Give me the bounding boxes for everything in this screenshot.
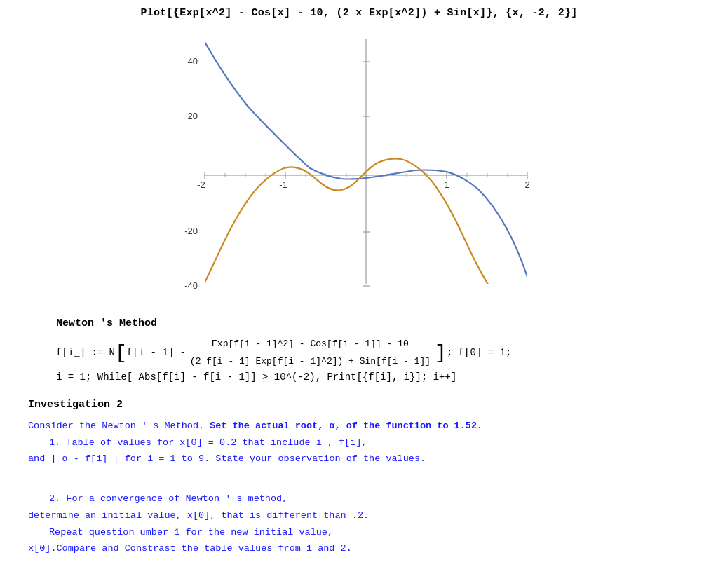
investigation-item2-line3: Repeat question umber 1 for the new init… <box>49 524 704 541</box>
plot-expression: Plot[{Exp[x^2] - Cos[x] - 10, (2 x Exp[x… <box>140 7 577 19</box>
plot-code-title: Plot[{Exp[x^2] - Cos[x] - 10, (2 x Exp[x… <box>14 7 704 19</box>
newton-frac-denominator: (2 f[i - 1] Exp[f[i - 1]^2]) + Sin[f[i -… <box>187 353 433 369</box>
investigation-item2a <box>28 474 704 491</box>
svg-rect-0 <box>163 25 555 305</box>
investigation-item1: 1. Table of values for x[0] = 0.2 that i… <box>49 435 704 451</box>
svg-text:-1: -1 <box>279 179 287 190</box>
investigation-item2-line2: determine an initial value, x[0], that i… <box>28 507 704 524</box>
newton-line2: i = 1; While[ Abs[f[i] - f[i - 1]] > 10^… <box>56 369 704 386</box>
svg-text:1: 1 <box>444 179 449 190</box>
svg-text:2: 2 <box>524 179 529 190</box>
newton-frac-numerator: Exp[f[i - 1]^2] - Cos[f[i - 1]] - 10 <box>209 336 412 353</box>
svg-text:-2: -2 <box>197 179 205 190</box>
newton-section-title: Newton 's Method <box>56 317 704 329</box>
investigation-item2-line4: x[0].Compare and Constrast the table val… <box>28 540 704 557</box>
investigation-and-line: and | α - f[i] | for i = 1 to 9. State y… <box>28 451 704 467</box>
newton-code-block: f[i_] := N [ f[i - 1] - Exp[f[i - 1]^2] … <box>56 336 704 386</box>
svg-text:20: 20 <box>188 111 198 121</box>
investigation-item2-line1: 2. For a convergence of Newton ' s metho… <box>49 491 704 507</box>
investigation-title: Investigation 2 <box>28 399 704 411</box>
svg-text:40: 40 <box>188 56 198 67</box>
investigation-p1: Consider the Newton ' s Method. Set the … <box>28 418 704 435</box>
investigation-body: Consider the Newton ' s Method. Set the … <box>28 418 704 557</box>
plot-svg: -2 -1 1 2 40 20 -20 <box>163 25 555 305</box>
svg-text:-40: -40 <box>184 280 198 291</box>
newton-line1: f[i_] := N [ f[i - 1] - Exp[f[i - 1]^2] … <box>56 336 704 369</box>
plot-container: -2 -1 1 2 40 20 -20 <box>14 25 704 305</box>
svg-text:-20: -20 <box>184 226 198 236</box>
